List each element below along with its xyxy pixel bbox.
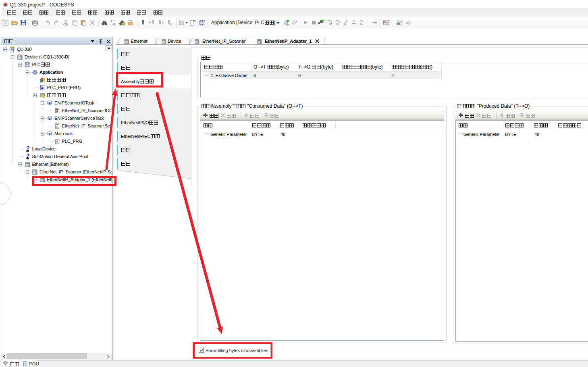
svg-text:EtherNet_IP_Scanner: EtherNet_IP_Scanner <box>202 39 245 44</box>
svg-text:Device: Device <box>168 39 181 44</box>
svg-text:EtherNetIP_Adapter_1: EtherNetIP_Adapter_1 <box>265 39 312 44</box>
svg-text:Ethernet: Ethernet <box>131 39 148 44</box>
svg-text:B: B <box>113 23 115 26</box>
